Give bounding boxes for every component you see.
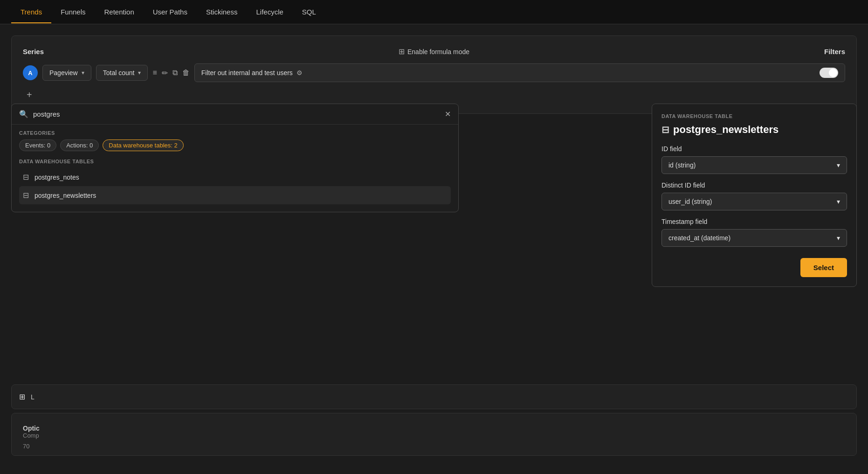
compare-label: Comp [23, 432, 845, 439]
filter-label: Filter out internal and test users [201, 69, 293, 77]
search-input-row: 🔍 ✕ [12, 104, 458, 125]
category-pills: Events: 0 Actions: 0 Data warehouse tabl… [19, 139, 451, 151]
filter-settings-icon[interactable]: ⚙ [296, 69, 303, 77]
total-count-dropdown[interactable]: Total count ▾ [96, 65, 148, 81]
pageview-chevron-icon: ▾ [82, 70, 84, 76]
distinct-id-value: user_id (string) [668, 198, 712, 205]
categories-title: CATEGORIES [19, 130, 451, 136]
number-label: 70 [23, 443, 845, 450]
nav-sql[interactable]: SQL [293, 0, 325, 23]
filters-label: Filters [824, 48, 845, 56]
search-dropdown: 🔍 ✕ CATEGORIES Events: 0 Actions: 0 Data… [11, 104, 459, 212]
nav-lifecycle[interactable]: Lifecycle [247, 0, 292, 23]
nav-user-paths[interactable]: User Paths [144, 0, 197, 23]
enable-formula-label: Enable formula mode [407, 48, 469, 56]
dw-detail-title-text: postgres_newsletters [673, 124, 778, 136]
id-field-value: id (string) [668, 161, 696, 169]
filter-icon[interactable]: ≡ [152, 69, 157, 77]
filter-row: Filter out internal and test users ⚙ [194, 63, 845, 82]
dw-tables-title: DATA WAREHOUSE TABLES [19, 159, 451, 164]
table-icon-notes: ⊟ [23, 173, 29, 181]
bottom-area: ⊞ L Optic Comp 70 [11, 384, 857, 456]
series-row: A Pageview ▾ Total count ▾ ≡ ✏ ⧉ 🗑 Filte… [23, 63, 845, 82]
dw-detail-panel: DATA WAREHOUSE TABLE ⊟ postgres_newslett… [652, 104, 857, 287]
clear-search-icon[interactable]: ✕ [445, 110, 451, 118]
bottom-label: L [31, 393, 34, 401]
select-button[interactable]: Select [800, 258, 847, 277]
timestamp-chevron-icon: ▾ [837, 234, 840, 242]
toolbar-icons: ≡ ✏ ⧉ 🗑 [152, 69, 189, 77]
pageview-dropdown[interactable]: Pageview ▾ [42, 65, 91, 81]
nav-stickiness[interactable]: Stickiness [197, 0, 247, 23]
dw-item-postgres-newsletters[interactable]: ⊟ postgres_newsletters [19, 186, 451, 204]
bottom-section-l: ⊞ L [11, 384, 857, 409]
nav-retention[interactable]: Retention [95, 0, 144, 23]
options-section: Optic Comp 70 [11, 413, 857, 456]
copy-icon[interactable]: ⧉ [172, 69, 178, 77]
dw-detail-table-icon: ⊟ [661, 124, 669, 135]
filter-toggle[interactable] [820, 68, 838, 78]
id-field-label: ID field [661, 145, 847, 153]
dw-item-postgres-notes[interactable]: ⊟ postgres_notes [19, 168, 451, 186]
timestamp-field-label: Timestamp field [661, 218, 847, 225]
id-field-dropdown[interactable]: id (string) ▾ [661, 156, 847, 174]
id-field-chevron-icon: ▾ [837, 161, 840, 169]
add-series-row: + [23, 88, 845, 102]
dw-detail-label: DATA WAREHOUSE TABLE [661, 113, 847, 119]
formula-icon: ⊞ [399, 47, 405, 56]
table-icon-newsletters: ⊟ [23, 191, 29, 200]
distinct-id-label: Distinct ID field [661, 181, 847, 189]
toggle-knob [829, 69, 837, 77]
nav-trends[interactable]: Trends [11, 0, 51, 23]
search-input[interactable] [33, 110, 440, 118]
top-nav: Trends Funnels Retention User Paths Stic… [0, 0, 868, 24]
dw-tables-section: DATA WAREHOUSE TABLES ⊟ postgres_notes ⊟… [12, 155, 458, 212]
enable-formula-btn[interactable]: ⊞ Enable formula mode [399, 47, 469, 56]
delete-icon[interactable]: 🗑 [182, 69, 190, 77]
distinct-id-chevron-icon: ▾ [837, 198, 840, 205]
series-header: Series ⊞ Enable formula mode Filters [23, 47, 845, 56]
categories-section: CATEGORIES Events: 0 Actions: 0 Data war… [12, 125, 458, 155]
timestamp-value: created_at (datetime) [668, 234, 730, 242]
pageview-label: Pageview [49, 69, 78, 77]
bottom-icon: ⊞ [19, 392, 25, 401]
dw-item-newsletters-label: postgres_newsletters [34, 192, 96, 199]
add-series-button[interactable]: + [23, 88, 36, 102]
main-content: Series ⊞ Enable formula mode Filters A P… [0, 24, 868, 467]
filter-text: Filter out internal and test users ⚙ [201, 69, 303, 77]
edit-icon[interactable]: ✏ [162, 69, 168, 77]
select-btn-row: Select [661, 247, 847, 277]
category-pill-dw-tables[interactable]: Data warehouse tables: 2 [103, 139, 183, 151]
options-label: Optic [23, 425, 845, 432]
series-label: Series [23, 48, 44, 56]
total-count-label: Total count [103, 69, 135, 77]
search-icon: 🔍 [19, 110, 28, 118]
category-pill-events[interactable]: Events: 0 [19, 139, 56, 151]
dw-detail-title: ⊟ postgres_newsletters [661, 124, 847, 136]
dw-item-notes-label: postgres_notes [34, 174, 79, 181]
main-panel: Series ⊞ Enable formula mode Filters A P… [11, 35, 857, 114]
total-count-chevron-icon: ▾ [138, 70, 141, 76]
category-pill-actions[interactable]: Actions: 0 [60, 139, 99, 151]
nav-funnels[interactable]: Funnels [51, 0, 95, 23]
distinct-id-dropdown[interactable]: user_id (string) ▾ [661, 193, 847, 210]
timestamp-dropdown[interactable]: created_at (datetime) ▾ [661, 229, 847, 247]
series-avatar: A [23, 65, 38, 80]
